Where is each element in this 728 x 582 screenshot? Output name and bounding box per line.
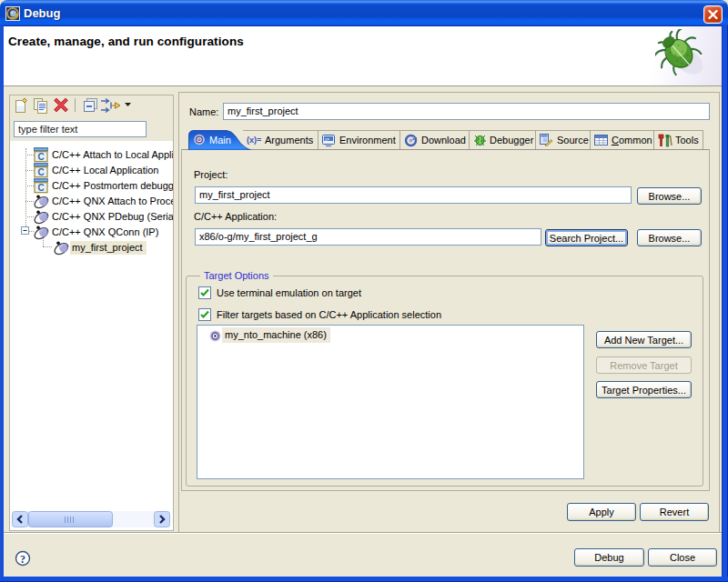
svg-text:x=: x=	[325, 136, 329, 141]
svg-text:C: C	[38, 152, 45, 162]
svg-text:?: ?	[20, 553, 25, 566]
svg-text:C: C	[38, 167, 45, 177]
svg-text:Main: Main	[209, 135, 231, 146]
svg-text:C: C	[38, 183, 45, 193]
